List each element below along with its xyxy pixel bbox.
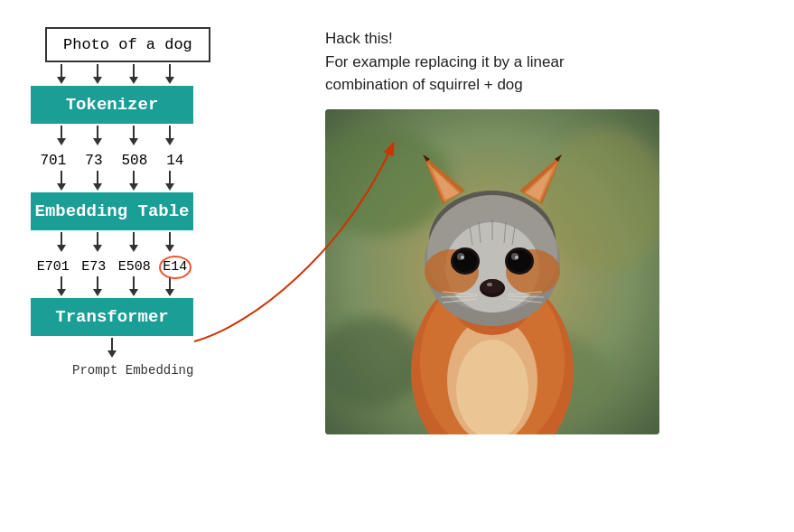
arrow-down-10 [93,171,102,191]
svg-point-8 [456,340,528,434]
transformer-label: Transformer [55,307,168,327]
embed-4: E14 [163,259,187,275]
embedding-table-label: Embedding Table [34,201,189,221]
embed-1: E701 [37,259,70,275]
input-box: Photo of a dog [45,27,210,62]
arrow-down-7 [129,126,138,145]
arrows-tokenizer-to-tokens [43,126,188,145]
arrow-transformer-to-output [31,338,193,358]
arrow-down-1 [57,64,66,84]
arrow-down-6 [93,126,102,145]
animal-illustration [325,109,659,434]
arrows-embedding-to-embeds [43,232,188,252]
animal-image [325,109,659,434]
arrows-tokens-to-embedding [43,171,188,191]
hack-description: Hack this! For example replacing it by a… [325,27,776,97]
hack-line1: Hack this! [325,30,393,47]
svg-point-34 [487,283,492,286]
arrow-down-12 [165,171,174,191]
arrows-embeds-to-transformer [43,276,188,296]
token-4: 14 [166,153,183,169]
arrow-down-14 [93,232,102,252]
main-container: Photo of a dog Tokenizer 701 73 508 14 [0,0,794,532]
arrow-down-5 [57,126,66,145]
arrow-down-9 [57,171,66,191]
svg-point-27 [461,256,464,259]
embedding-table-box: Embedding Table [31,192,193,230]
hack-line3: combination of squirrel + dog [325,76,523,93]
tokenizer-label: Tokenizer [66,95,159,115]
embed-3: E508 [118,259,151,275]
input-label: Photo of a dog [63,36,192,53]
arrow-down-18 [93,276,102,296]
svg-point-33 [481,279,503,294]
arrow-down-19 [129,276,138,296]
right-panel: Hack this! For example replacing it by a… [289,18,776,514]
embeddings-row: E701 E73 E508 E14 [31,259,193,275]
arrow-down-20 [165,276,174,296]
tokens-row: 701 73 508 14 [31,153,193,169]
transformer-box: Transformer [31,298,193,336]
arrow-down-2 [93,64,102,84]
svg-point-25 [453,250,477,272]
arrow-down-11 [129,171,138,191]
diagram-panel: Photo of a dog Tokenizer 701 73 508 14 [18,18,289,514]
arrows-input-to-tokenizer [43,64,188,84]
token-2: 73 [85,153,102,169]
tokenizer-box: Tokenizer [31,86,193,124]
arrow-down-17 [57,276,66,296]
arrow-down-13 [57,232,66,252]
svg-point-29 [508,250,531,272]
embed-2: E73 [81,259,106,275]
arrow-down-8 [165,126,174,145]
token-1: 701 [40,153,66,169]
svg-point-31 [515,256,518,259]
token-3: 508 [121,153,147,169]
arrow-down-16 [165,232,174,252]
arrow-down-4 [165,64,174,84]
arrow-down-15 [129,232,138,252]
arrow-down-3 [129,64,138,84]
prompt-embedding-label: Prompt Embedding [72,363,193,378]
hack-line2: For example replacing it by a linear [325,53,565,70]
